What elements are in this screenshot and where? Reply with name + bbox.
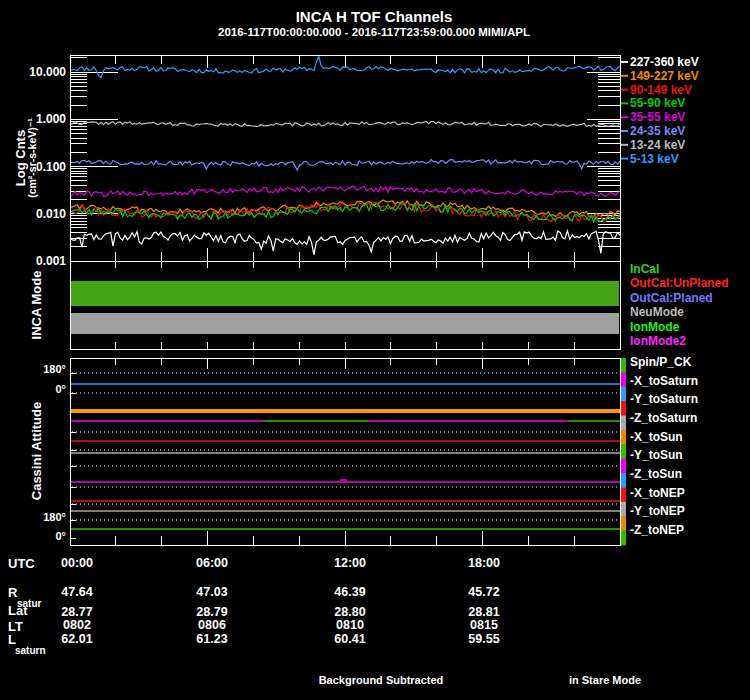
mode-legend-item: IonMode2: [630, 335, 686, 347]
counts-ylabel: Log Cnts (cm²-sr-s-keV)⁻¹: [14, 118, 38, 198]
ephem-r-col3: 45.72: [468, 585, 499, 599]
ephem-l-col3: 59.55: [468, 632, 499, 646]
attitude-ylabel: Cassini Attitude: [30, 402, 43, 500]
counts-legend-item: 24-35 keV: [630, 125, 685, 137]
counts-ytick-label: 1.000: [18, 112, 66, 126]
ephem-lt-col2: 0810: [336, 618, 364, 632]
attitude-axis-color-segment: [621, 459, 626, 474]
attitude-ytick-label: 0°: [34, 383, 66, 395]
attitude-axis-color-segment: [621, 372, 626, 387]
attitude-right-color-ticks: [621, 358, 626, 546]
attitude-legend-item: -Z_toSaturn: [630, 412, 697, 424]
ephem-lat-col2: 28.80: [334, 605, 365, 619]
mode-legend-item: OutCal:UnPlaned: [630, 277, 729, 289]
ephem-lat-col3: 28.81: [468, 605, 499, 619]
attitude-ytick-label: 0°: [34, 530, 66, 542]
attitude-legend-item: -Y_toSun: [630, 449, 683, 461]
ephem-utc-col3: 18:00: [468, 556, 500, 570]
mode-legend-item: IonMode: [630, 321, 679, 333]
footer-right-note: in Stare Mode: [569, 674, 641, 686]
attitude-legend-item: -X_toNEP: [630, 487, 685, 499]
counts-legend-item: 35-55 keV: [630, 111, 685, 123]
mode-panel: [70, 261, 621, 350]
counts-ytick-label: 0.010: [18, 207, 66, 221]
ephem-l-col2: 60.41: [334, 632, 365, 646]
ephem-utc-col1: 06:00: [196, 556, 228, 570]
attitude-axis-color-segment: [621, 473, 626, 488]
ephem-l-col0: 62.01: [61, 632, 92, 646]
ephem-row-label-lat: Lat: [8, 603, 28, 618]
attitude-ytick-label: 180°: [34, 511, 66, 523]
ephem-lt-col1: 0806: [198, 618, 226, 632]
counts-panel: [70, 55, 621, 262]
mode-legend-item: OutCal:Planed: [630, 292, 713, 304]
attitude-axis-color-segment: [621, 401, 626, 416]
attitude-axis-color-segment: [621, 387, 626, 402]
counts-legend-item: 13-24 keV: [630, 139, 685, 151]
counts-ytick-label: 10.000: [18, 65, 66, 79]
attitude-axis-color-segment: [621, 430, 626, 445]
attitude-legend-item: -Y_toSaturn: [630, 393, 698, 405]
attitude-axis-color-segment: [621, 444, 626, 459]
ephem-r-col0: 47.64: [61, 585, 92, 599]
ephem-lat-col0: 28.77: [61, 605, 92, 619]
attitude-axis-color-segment: [621, 416, 626, 431]
attitude-legend-item: -X_toSun: [630, 431, 683, 443]
ephem-row-label-l-sub: saturn: [15, 645, 46, 656]
ephem-lat-col1: 28.79: [196, 605, 227, 619]
page-subtitle: 2016-117T00:00:00.000 - 2016-117T23:59:0…: [218, 26, 530, 38]
ephem-l-col1: 61.23: [196, 632, 227, 646]
mode-ylabel: INCA Mode: [30, 271, 43, 340]
counts-legend-item: 227-360 keV: [630, 56, 699, 68]
attitude-axis-color-segment: [621, 502, 626, 517]
counts-ytick-label: 0.100: [18, 160, 66, 174]
attitude-legend-item: -X_toSaturn: [630, 375, 698, 387]
attitude-legend-item: -Z_toNEP: [630, 524, 684, 536]
mode-legend-item: InCal: [630, 263, 659, 275]
ephem-lt-col0: 0802: [63, 618, 91, 632]
ephem-r-col1: 47.03: [196, 585, 227, 599]
counts-legend-item: 149-227 keV: [630, 70, 699, 82]
counts-ytick-label: 0.001: [18, 254, 66, 268]
ephem-row-label-utc: UTC: [8, 556, 35, 571]
page-title: INCA H TOF Channels: [296, 8, 453, 25]
counts-ylabel-line2: (cm²-sr-s-keV)⁻¹: [27, 118, 38, 198]
attitude-axis-color-segment: [621, 358, 626, 373]
attitude-legend-item: Spin/P_CK: [630, 356, 691, 368]
ephem-utc-col0: 00:00: [61, 556, 93, 570]
counts-legend-item: 90-149 keV: [630, 84, 692, 96]
ephem-utc-col2: 12:00: [334, 556, 366, 570]
ephem-r-col2: 46.39: [334, 585, 365, 599]
counts-legend-item: 5-13 keV: [630, 153, 679, 165]
ephem-lt-col3: 0815: [470, 618, 498, 632]
attitude-ytick-label: 180°: [34, 363, 66, 375]
counts-legend-item: 55-90 keV: [630, 97, 685, 109]
plot-canvas: INCA H TOF Channels 2016-117T00:00:00.00…: [0, 0, 750, 700]
ephem-row-label-r: R: [8, 585, 17, 600]
attitude-axis-color-segment: [621, 531, 626, 546]
footer-left-note: Background Subtracted: [319, 674, 444, 686]
attitude-panel: [70, 358, 621, 546]
attitude-legend-item: -Y_toNEP: [630, 505, 685, 517]
attitude-legend-item: -Z_toSun: [630, 468, 682, 480]
attitude-axis-color-segment: [621, 488, 626, 503]
mode-legend-item: NeuMode: [630, 306, 684, 318]
attitude-axis-color-segment: [621, 516, 626, 531]
